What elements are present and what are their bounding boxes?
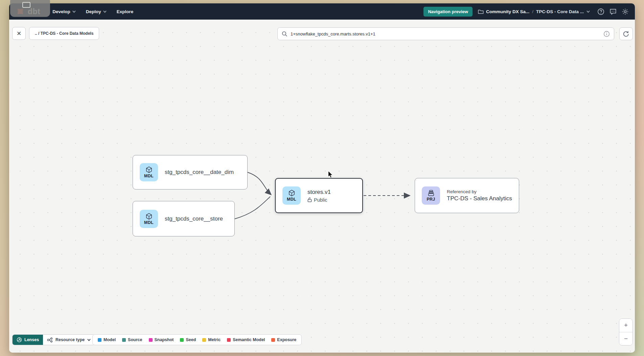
- node-stg-tpcds-core-date-dim[interactable]: MDL stg_tpcds_core__date_dim: [133, 155, 248, 189]
- model-badge: MDL: [140, 163, 158, 181]
- edge-store-stores: [235, 197, 270, 219]
- mouse-cursor: [327, 171, 334, 178]
- edge-datedim-stores: [248, 172, 271, 195]
- breadcrumb: Community DX Sa... / TPC-DS - Core Data …: [478, 9, 590, 15]
- legend-swatch: [227, 338, 231, 342]
- view-controls: Lenses Resource type: [12, 334, 95, 345]
- legend-model: Model: [98, 337, 116, 342]
- model-badge: MDL: [282, 186, 301, 205]
- lenses-button[interactable]: Lenses: [13, 335, 43, 345]
- node-text: stores.v1 Public: [307, 189, 331, 203]
- chevron-down-icon: [87, 339, 91, 341]
- legend-source: Source: [122, 337, 142, 342]
- resource-type-dropdown[interactable]: Resource type: [43, 335, 95, 345]
- node-stg-tpcds-core-store[interactable]: MDL stg_tpcds_core__store: [133, 201, 235, 236]
- project-badge: PRJ: [422, 186, 440, 205]
- navigation-preview-badge[interactable]: Navigation preview: [423, 7, 472, 17]
- close-button[interactable]: ✕: [12, 27, 26, 40]
- topbar-icons: [597, 8, 629, 15]
- legend-semantic-model: Semantic Model: [227, 337, 265, 342]
- legend-swatch: [202, 338, 206, 342]
- legend-swatch: [149, 338, 153, 342]
- legend-metric: Metric: [202, 337, 221, 342]
- unlock-icon: [307, 197, 312, 202]
- model-badge: MDL: [140, 210, 158, 228]
- refresh-button[interactable]: [619, 27, 633, 40]
- zoom-out-button[interactable]: −: [619, 332, 632, 346]
- legend-swatch: [98, 338, 101, 342]
- node-text: Referenced by TPC-DS - Sales Analytics: [447, 189, 512, 202]
- capture-toolbar-fragment: [10, 0, 50, 17]
- legend-snapshot: Snapshot: [149, 337, 174, 342]
- breadcrumb-project[interactable]: TPC-DS - Core Data ...: [536, 9, 584, 14]
- top-nav-bar: dbt Develop Deploy Explore Navigation pr…: [9, 3, 635, 20]
- capture-window-icon: [22, 2, 30, 8]
- visibility-row: Public: [307, 197, 331, 203]
- search-input[interactable]: [291, 31, 600, 36]
- folder-icon: [478, 9, 484, 15]
- legend-swatch: [122, 338, 126, 342]
- topbar-right-cluster: Navigation preview Community DX Sa... / …: [423, 7, 629, 17]
- chevron-down-icon: [72, 10, 76, 13]
- legend-swatch: [271, 338, 275, 342]
- nav-develop[interactable]: Develop: [52, 9, 76, 14]
- zoom-controls: + −: [619, 319, 633, 346]
- resource-legend: Model Source Snapshot Seed Metric Semant…: [92, 334, 302, 345]
- nav-explore[interactable]: Explore: [117, 9, 134, 14]
- legend-seed: Seed: [180, 337, 196, 342]
- chevron-down-icon: [103, 10, 107, 13]
- stack-icon: [428, 189, 435, 197]
- search-icon: [282, 31, 288, 37]
- app-window: dbt Develop Deploy Explore Navigation pr…: [9, 3, 635, 353]
- zoom-in-button[interactable]: +: [619, 319, 632, 332]
- cube-icon: [288, 189, 295, 197]
- cube-icon: [145, 166, 153, 173]
- chevron-down-icon[interactable]: [586, 10, 590, 13]
- primary-nav: Develop Deploy Explore: [52, 9, 133, 14]
- help-icon[interactable]: [597, 8, 604, 15]
- lineage-breadcrumb-chip[interactable]: .. / TPC-DS - Core Data Models: [29, 27, 99, 40]
- feedback-icon[interactable]: [610, 8, 617, 15]
- cube-icon: [145, 213, 153, 220]
- refresh-icon: [623, 30, 629, 37]
- info-icon[interactable]: [603, 31, 610, 37]
- breadcrumb-account[interactable]: Community DX Sa...: [478, 9, 529, 15]
- lenses-icon: [17, 337, 22, 342]
- node-stores-v1[interactable]: MDL stores.v1 Public: [275, 178, 363, 213]
- nav-deploy[interactable]: Deploy: [86, 9, 107, 14]
- breadcrumb-separator: /: [532, 9, 533, 14]
- node-referenced-by-sales-analytics[interactable]: PRJ Referenced by TPC-DS - Sales Analyti…: [415, 178, 519, 213]
- lineage-search: [277, 27, 614, 40]
- legend-swatch: [180, 338, 184, 342]
- lineage-canvas[interactable]: ✕ .. / TPC-DS - Core Data Models: [9, 20, 635, 353]
- gear-icon[interactable]: [622, 8, 629, 15]
- legend-exposure: Exposure: [271, 337, 296, 342]
- resource-type-icon: [47, 337, 53, 342]
